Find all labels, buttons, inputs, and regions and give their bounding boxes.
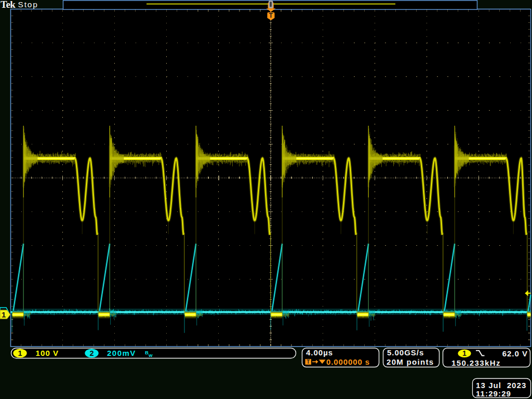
svg-text:Stop: Stop bbox=[18, 0, 38, 9]
svg-text:4.00µs: 4.00µs bbox=[306, 348, 333, 357]
svg-text:150.233kHz: 150.233kHz bbox=[451, 358, 501, 367]
svg-text:11:29:29: 11:29:29 bbox=[476, 389, 511, 398]
svg-text:5.00GS/s: 5.00GS/s bbox=[387, 348, 424, 357]
svg-text:200mV: 200mV bbox=[107, 349, 136, 357]
svg-text:Tek: Tek bbox=[1, 0, 16, 10]
svg-text:B: B bbox=[145, 350, 149, 355]
svg-text:100 V: 100 V bbox=[36, 349, 59, 357]
svg-text:T: T bbox=[307, 358, 310, 365]
svg-text:W: W bbox=[149, 353, 153, 358]
svg-text:1: 1 bbox=[18, 349, 22, 357]
svg-text:13 Jul 2023: 13 Jul 2023 bbox=[476, 381, 526, 390]
svg-text:62.0 V: 62.0 V bbox=[502, 349, 528, 358]
svg-text:T: T bbox=[269, 12, 273, 19]
svg-text:0.000000 s: 0.000000 s bbox=[326, 357, 370, 366]
svg-text:1: 1 bbox=[2, 310, 6, 319]
svg-text:1: 1 bbox=[462, 349, 467, 357]
svg-text:2: 2 bbox=[89, 349, 94, 357]
svg-text:20M points: 20M points bbox=[387, 357, 434, 366]
